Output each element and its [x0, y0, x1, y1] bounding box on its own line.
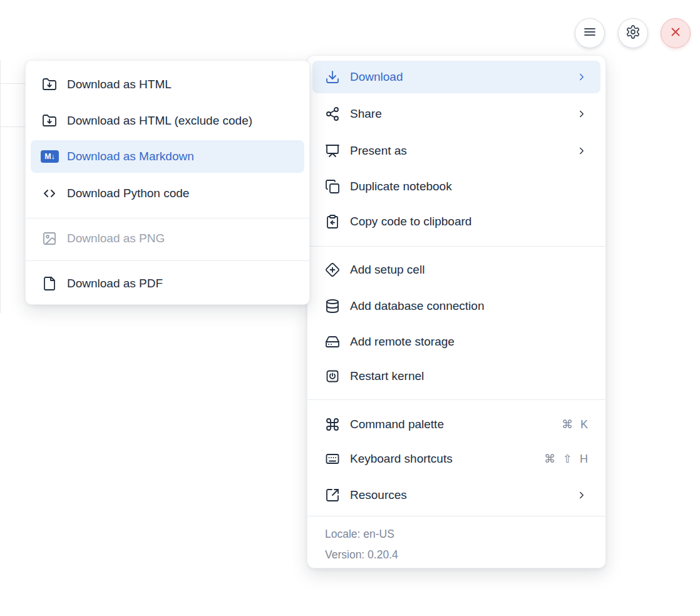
menu-item-label: Add remote storage	[350, 335, 455, 349]
external-link-icon	[325, 488, 340, 503]
hamburger-icon	[582, 24, 597, 42]
menu-item-add-database-connection[interactable]: Add database connection	[312, 290, 600, 322]
menu-item-label: Download as Markdown	[67, 150, 194, 163]
folder-down-icon	[42, 113, 57, 128]
page-fragment-border	[0, 60, 1, 313]
menu-divider	[26, 260, 309, 261]
page-fragment-line	[0, 126, 25, 127]
command-icon	[325, 417, 340, 432]
menu-item-label: Keyboard shortcuts	[350, 452, 453, 466]
hard-drive-icon	[325, 334, 340, 349]
file-icon	[42, 276, 57, 291]
menu-item-restart-kernel[interactable]: Restart kernel	[312, 360, 600, 393]
menu-item-label: Copy code to clipboard	[350, 215, 471, 228]
menu-item-label: Download Python code	[67, 187, 189, 200]
submenu-item-download-pdf[interactable]: Download as PDF	[31, 267, 304, 300]
submenu-item-download-markdown[interactable]: M↓ Download as Markdown	[31, 140, 304, 173]
submenu-item-download-png[interactable]: Download as PNG	[31, 222, 304, 255]
menu-item-label: Download as PDF	[67, 277, 163, 290]
menu-divider	[26, 218, 309, 218]
keyboard-icon	[325, 451, 340, 466]
chevron-right-icon	[575, 489, 588, 501]
shortcut-hint: ⌘ ⇧ H	[544, 452, 588, 466]
gear-icon	[625, 24, 641, 42]
menu-divider	[307, 399, 605, 400]
version-status-text: Version: 0.20.4	[325, 547, 593, 562]
menu-item-label: Add setup cell	[350, 263, 425, 277]
menu-item-label: Download as HTML	[67, 78, 172, 91]
menu-item-copy-code[interactable]: Copy code to clipboard	[312, 205, 600, 238]
menu-item-duplicate-notebook[interactable]: Duplicate notebook	[312, 170, 600, 203]
menu-item-present-as[interactable]: Present as	[312, 135, 600, 167]
app-background: Download Share Present as	[0, 0, 700, 616]
image-icon	[42, 231, 57, 246]
folder-down-icon	[42, 77, 57, 92]
menu-item-label: Resources	[350, 488, 407, 502]
menu-item-label: Present as	[350, 144, 407, 158]
menu-item-command-palette[interactable]: Command palette ⌘ K	[312, 408, 600, 441]
menu-item-share[interactable]: Share	[312, 98, 600, 130]
menu-item-add-setup-cell[interactable]: Add setup cell	[312, 254, 600, 286]
menu-item-label: Download as PNG	[67, 232, 165, 245]
chevron-right-icon	[575, 108, 588, 120]
shutdown-button[interactable]	[661, 18, 691, 48]
page-fragment-line	[0, 83, 25, 84]
notebook-actions-menu-panel: Download Share Present as	[307, 55, 606, 568]
download-icon	[325, 69, 340, 85]
download-submenu-panel: Download as HTML Download as HTML (exclu…	[25, 60, 310, 305]
menu-divider	[307, 516, 605, 516]
settings-button[interactable]	[618, 18, 648, 48]
menu-item-resources[interactable]: Resources	[312, 479, 600, 511]
menu-item-label: Share	[350, 107, 382, 121]
notebook-menu-button[interactable]	[575, 18, 605, 48]
presentation-icon	[325, 143, 340, 158]
menu-item-add-remote-storage[interactable]: Add remote storage	[312, 326, 600, 358]
chevron-right-icon	[575, 71, 588, 83]
submenu-item-download-html-exclude-code[interactable]: Download as HTML (exclude code)	[31, 105, 304, 137]
power-square-icon	[325, 369, 340, 384]
shortcut-hint: ⌘ K	[562, 418, 588, 431]
clipboard-arrow-icon	[325, 214, 340, 229]
markdown-badge-icon: M↓	[41, 150, 59, 163]
menu-item-label: Restart kernel	[350, 369, 424, 383]
menu-item-download[interactable]: Download	[312, 61, 600, 93]
menu-item-label: Download as HTML (exclude code)	[67, 114, 252, 128]
diamond-plus-icon	[325, 262, 340, 277]
share-icon	[325, 106, 340, 121]
copy-icon	[325, 179, 340, 194]
menu-item-label: Duplicate notebook	[350, 180, 452, 193]
close-icon	[668, 24, 683, 42]
menu-divider	[307, 246, 605, 247]
locale-status-text: Locale: en-US	[325, 526, 593, 542]
database-icon	[325, 299, 340, 314]
submenu-item-download-python-code[interactable]: Download Python code	[31, 177, 304, 210]
menu-item-label: Download	[350, 70, 403, 84]
code-icon	[42, 186, 57, 201]
menu-item-label: Command palette	[350, 418, 444, 431]
chevron-right-icon	[575, 145, 588, 157]
menu-item-label: Add database connection	[350, 299, 484, 313]
menu-item-keyboard-shortcuts[interactable]: Keyboard shortcuts ⌘ ⇧ H	[312, 443, 600, 475]
submenu-item-download-html[interactable]: Download as HTML	[31, 68, 304, 101]
